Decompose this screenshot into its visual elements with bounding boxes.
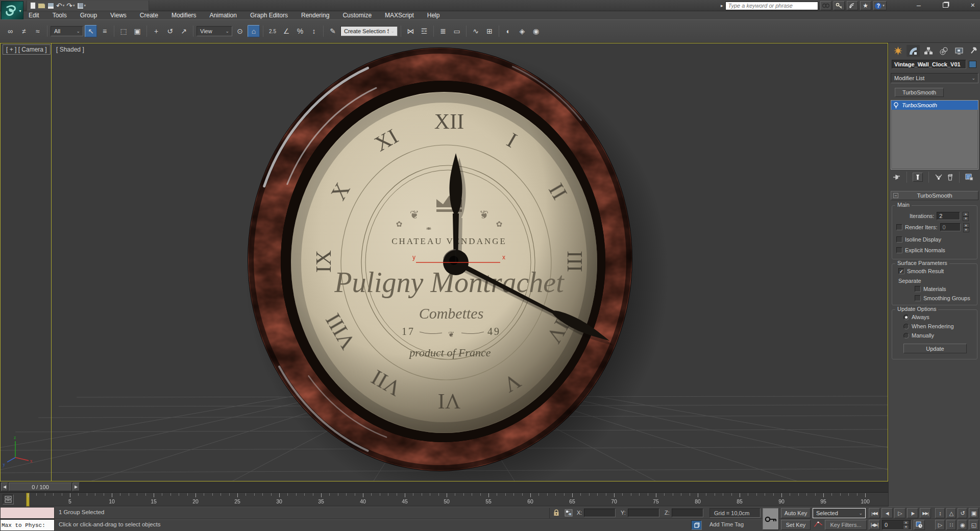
- restore-button[interactable]: [943, 3, 948, 8]
- render-iters-field[interactable]: 0: [940, 223, 961, 231]
- help-icon[interactable]: ? ▾: [873, 1, 887, 10]
- toggle-layer-explorer-icon[interactable]: ≣: [437, 25, 449, 37]
- tab-motion[interactable]: [937, 45, 950, 57]
- tab-modify[interactable]: [906, 45, 920, 57]
- edit-named-selection-sets-icon[interactable]: ✎: [327, 25, 339, 37]
- orbit-camera-icon[interactable]: ◉: [958, 520, 967, 530]
- show-end-result-icon[interactable]: [913, 173, 923, 182]
- update-button[interactable]: Update: [903, 344, 967, 353]
- time-slider-next-button[interactable]: ▶: [72, 482, 80, 491]
- go-to-start-button[interactable]: |◀◀: [869, 508, 880, 518]
- material-editor-icon[interactable]: ◈: [516, 25, 528, 37]
- infocenter-search-input[interactable]: [725, 2, 818, 10]
- previous-frame-button[interactable]: ◀|: [881, 508, 893, 518]
- frame-spinner[interactable]: ▲▼: [903, 520, 909, 529]
- align-icon[interactable]: ☲: [418, 25, 430, 37]
- absolute-offset-toggle-icon[interactable]: [565, 509, 573, 518]
- window-crossing-icon[interactable]: ▣: [131, 25, 143, 37]
- toggle-ribbon-icon[interactable]: ▭: [451, 25, 463, 37]
- render-production-icon[interactable]: ◉: [530, 25, 542, 37]
- menu-item-help[interactable]: Help: [427, 12, 440, 19]
- bind-to-space-warp-icon[interactable]: ≈: [32, 25, 44, 37]
- menu-item-group[interactable]: Group: [80, 12, 97, 19]
- isolate-selection-toggle-icon[interactable]: [691, 520, 702, 530]
- roll-camera-icon[interactable]: ↺: [958, 508, 967, 518]
- object-name-field[interactable]: Vintage_Wall_Clock_V01: [892, 60, 966, 69]
- search-binoculars-icon[interactable]: [820, 1, 831, 10]
- menu-item-tools[interactable]: Tools: [53, 12, 67, 19]
- play-button[interactable]: ▷: [894, 508, 905, 518]
- new-scene-icon[interactable]: [30, 2, 36, 9]
- use-pivot-point-center-icon[interactable]: ⊙: [234, 25, 246, 37]
- isoline-display-checkbox[interactable]: [896, 236, 902, 243]
- tab-display[interactable]: [952, 45, 966, 57]
- time-slider-handle[interactable]: 0 / 100: [9, 482, 72, 491]
- menu-item-rendering[interactable]: Rendering: [301, 12, 329, 19]
- pin-stack-icon[interactable]: [893, 174, 901, 181]
- menu-item-modifiers[interactable]: Modifiers: [172, 12, 197, 19]
- select-and-rotate-icon[interactable]: ↺: [164, 25, 176, 37]
- field-of-view-icon[interactable]: ▷: [935, 520, 945, 530]
- modifier-enabled-bulb-icon[interactable]: [893, 102, 899, 109]
- make-unique-icon[interactable]: [935, 174, 943, 181]
- walk-through-icon[interactable]: ∷: [946, 520, 956, 530]
- viewport[interactable]: XIIIIIIIIIVVVIVIIVIIIIXXXI ❦ ❦ ✿ ✿ ❧ ❧ C…: [0, 43, 888, 481]
- reference-coordinate-system-dropdown[interactable]: View⌄: [197, 26, 232, 36]
- close-button[interactable]: ×: [971, 1, 975, 9]
- auto-key-button[interactable]: Auto Key: [781, 508, 811, 518]
- curve-editor-icon[interactable]: ∿: [470, 25, 482, 37]
- select-and-place-icon[interactable]: ⌂: [248, 25, 260, 37]
- object-color-swatch[interactable]: [969, 61, 976, 68]
- select-and-move-icon[interactable]: +: [150, 25, 162, 37]
- tab-utilities[interactable]: [968, 45, 980, 57]
- set-key-filters-curve-icon[interactable]: [814, 521, 823, 529]
- modifier-set-button[interactable]: TurboSmooth: [895, 88, 944, 97]
- key-mode-toggle-button[interactable]: |◀▶|: [869, 520, 880, 530]
- select-and-scale-icon[interactable]: ↗: [178, 25, 190, 37]
- redo-icon[interactable]: ↷▾: [66, 2, 75, 10]
- maximize-viewport-toggle-icon[interactable]: ◱: [969, 520, 978, 530]
- y-coord-field[interactable]: [628, 509, 659, 517]
- save-file-icon[interactable]: [47, 3, 54, 9]
- favorites-star-icon[interactable]: ★: [860, 1, 871, 10]
- selection-lock-icon[interactable]: [553, 509, 560, 518]
- wall-clock-object[interactable]: XIIIIIIIIIVVVIVIIVIIIIXXXI ❦ ❦ ✿ ✿ ❧ ❧ C…: [245, 45, 638, 474]
- schematic-view-icon[interactable]: ⊞: [483, 25, 496, 37]
- tab-create[interactable]: [891, 45, 904, 57]
- maxscript-listener-white[interactable]: Max to Physc:: [0, 519, 55, 531]
- named-selection-sets-dropdown[interactable]: Create Selection Se⌄: [340, 26, 398, 36]
- current-frame-field[interactable]: 0 ▲▼: [882, 520, 912, 530]
- menu-item-edit[interactable]: Edit: [29, 12, 39, 19]
- toggle-set-key-mode-button[interactable]: [763, 508, 779, 530]
- explicit-normals-checkbox[interactable]: [896, 247, 902, 253]
- smooth-result-checkbox[interactable]: ✓: [898, 268, 904, 274]
- turbosmooth-rollout-header[interactable]: − TurboSmooth: [891, 191, 978, 200]
- select-by-name-icon[interactable]: ≡: [99, 25, 111, 37]
- spinner-snap-toggle-icon[interactable]: ↕: [308, 25, 320, 37]
- tab-hierarchy[interactable]: [922, 45, 935, 57]
- menu-item-create[interactable]: Create: [140, 12, 158, 19]
- snaps-toggle-icon[interactable]: 2.5: [266, 25, 279, 37]
- viewport-label-shading[interactable]: [ Shaded ]: [54, 44, 86, 55]
- rectangular-selection-region-icon[interactable]: ⬚: [117, 25, 130, 37]
- menu-item-maxscript[interactable]: MAXScript: [385, 12, 414, 19]
- maxscript-listener-pink[interactable]: [0, 507, 55, 519]
- render-iters-spinner[interactable]: ▲▼: [963, 223, 969, 231]
- unlink-selection-icon[interactable]: ≠: [18, 25, 30, 37]
- update-when-rendering-radio[interactable]: [903, 324, 909, 329]
- key-filters-button[interactable]: Key Filters...: [825, 520, 867, 530]
- percent-snap-toggle-icon[interactable]: %: [294, 25, 306, 37]
- infocenter-expand-icon[interactable]: ▸: [721, 3, 723, 8]
- menu-item-views[interactable]: Views: [110, 12, 127, 19]
- open-file-icon[interactable]: [38, 3, 45, 9]
- undo-icon[interactable]: ↶▾: [56, 2, 64, 10]
- dolly-camera-icon[interactable]: ↕: [935, 508, 945, 518]
- viewport-label-general[interactable]: [ + ] [ Camera ]: [3, 44, 51, 55]
- select-object-icon[interactable]: ↖: [85, 25, 97, 37]
- zoom-extents-all-icon[interactable]: ▣: [969, 508, 978, 518]
- menu-item-animation[interactable]: Animation: [210, 12, 237, 19]
- application-menu-button[interactable]: ▾: [1, 1, 23, 20]
- iterations-spinner[interactable]: ▲▼: [963, 212, 969, 220]
- render-iters-checkbox[interactable]: [896, 224, 902, 230]
- modifier-stack-entry[interactable]: TurboSmooth: [891, 101, 978, 110]
